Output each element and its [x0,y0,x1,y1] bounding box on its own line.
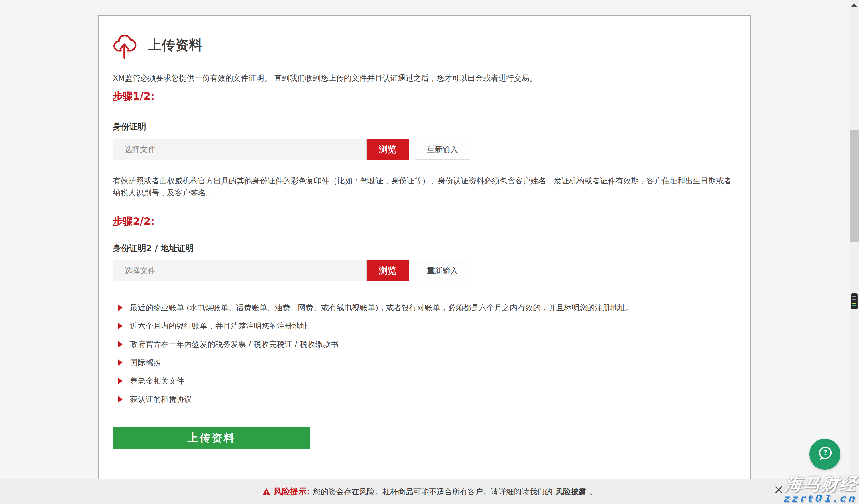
upload-card: 上传资料 XM监管必须要求您提供一份有效的文件证明。 直到我们收到您上传的文件并… [98,15,751,479]
footer-divider [113,477,737,477]
list-item-text: 国际驾照 [130,358,161,368]
page-title: 上传资料 [148,36,203,54]
help-chat-button[interactable]: ? [810,439,840,470]
question-bubble-icon: ? [816,445,834,463]
triangle-bullet-icon [118,304,123,311]
step-1-heading: 步骤1/2: [113,90,155,103]
list-item: 获认证的租赁协议 [118,394,634,405]
risk-warning-bar: 风险提示: 您的资金存在风险。杠杆商品可能不适合所有客户。请详细阅读我们的风险披… [0,479,859,504]
triangle-bullet-icon [118,322,123,329]
list-item-text: 获认证的租赁协议 [130,394,192,405]
upload-documents-page: 上传资料 XM监管必须要求您提供一份有效的文件证明。 直到我们收到您上传的文件并… [0,0,859,504]
intro-text: XM监管必须要求您提供一份有效的文件证明。 直到我们收到您上传的文件并且认证通过… [113,73,729,83]
reset-button[interactable]: 重新输入 [415,260,470,281]
list-item-text: 养老金相关文件 [130,376,184,386]
cloud-upload-icon [112,30,137,60]
scrollbar-thumb[interactable] [849,130,859,242]
risk-disclosure-link[interactable]: 风险披露 [555,487,586,497]
list-item-text: 近六个月内的银行账单，并且清楚注明您的注册地址 [130,321,308,331]
id-proof-file-row: 选择文件 浏览 重新输入 [113,139,470,160]
minimap-stripes-teal [852,305,856,308]
browse-button[interactable]: 浏览 [367,260,409,281]
address-proof-file-row: 选择文件 浏览 重新输入 [113,260,470,281]
address-proof-label: 身份证明2 / 地址证明 [113,243,194,254]
scrollbar-up-icon[interactable] [851,3,857,6]
step-2-heading: 步骤2/2: [113,215,155,228]
list-item: 政府官方在一年内签发的税务发票 / 税收完税证 / 税收缴款书 [118,338,634,350]
id-proof-file-input[interactable]: 选择文件 [113,139,367,160]
file-input-placeholder: 选择文件 [125,266,155,276]
id-proof-description: 有效护照或者由权威机构官方出具的其他身份证件的彩色复印件（比如：驾驶证，身份证等… [113,175,739,199]
file-input-placeholder: 选择文件 [125,144,155,155]
risk-warning-text: 您的资金存在风险。杠杆商品可能不适合所有客户。请详细阅读我们的 [313,487,553,497]
triangle-bullet-icon [118,359,123,366]
triangle-bullet-icon [118,341,123,348]
upload-submit-button[interactable]: 上传资料 [113,427,310,449]
triangle-bullet-icon [118,378,123,384]
list-item: 近六个月内的银行账单，并且清楚注明您的注册地址 [118,320,634,332]
list-item-text: 最近的物业账单 (水电煤账单、话费账单、油费、网费、或有线电视账单)，或者银行对… [130,302,634,313]
list-item: 最近的物业账单 (水电煤账单、话费账单、油费、网费、或有线电视账单)，或者银行对… [118,302,634,313]
scroll-minimap-widget[interactable] [851,293,858,310]
id-proof-label: 身份证明 [113,121,146,132]
minimap-stripes-yellow [852,302,856,305]
list-item-text: 政府官方在一年内签发的税务发票 / 税收完税证 / 税收缴款书 [130,339,338,349]
minimap-stripes-gray [852,295,856,302]
address-proof-file-input[interactable]: 选择文件 [113,260,367,281]
risk-warning-suffix: 。 [589,487,597,497]
warning-triangle-icon [262,488,271,496]
svg-text:?: ? [823,448,827,457]
reset-button[interactable]: 重新输入 [415,139,470,160]
browse-button[interactable]: 浏览 [367,139,409,160]
accepted-documents-list: 最近的物业账单 (水电煤账单、话费账单、油费、网费、或有线电视账单)，或者银行对… [118,302,634,412]
close-risk-bar-button[interactable]: × [773,483,784,496]
title-row: 上传资料 [112,30,203,60]
list-item: 养老金相关文件 [118,375,634,387]
list-item: 国际驾照 [118,357,634,368]
triangle-bullet-icon [118,396,123,403]
vertical-scrollbar[interactable] [849,0,859,504]
risk-warning-label: 风险提示: [273,486,310,498]
